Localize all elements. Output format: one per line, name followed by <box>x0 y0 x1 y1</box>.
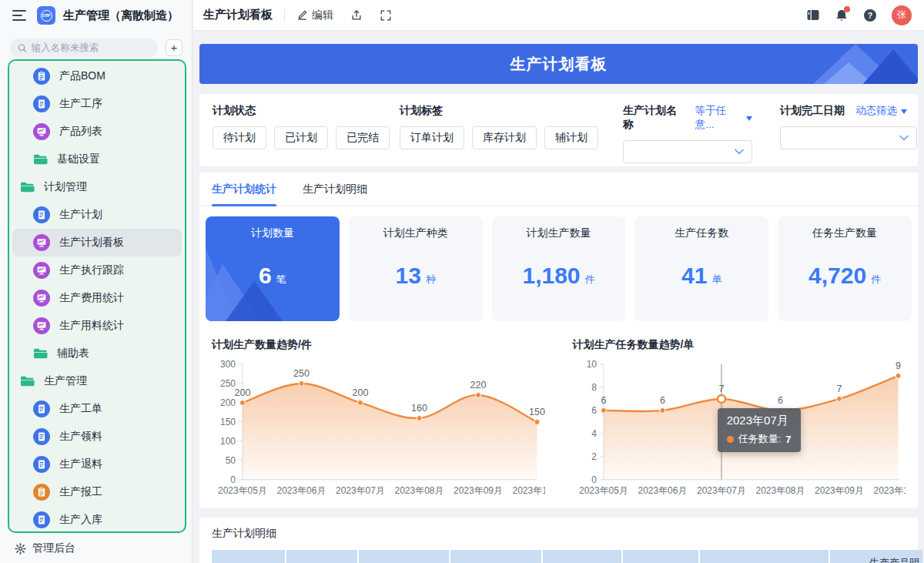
tab-0[interactable]: 生产计划统计 <box>212 173 276 206</box>
sidebar-item-0[interactable]: 产品BOM <box>12 62 182 90</box>
app-logo-icon: ERP <box>37 6 55 25</box>
line-chart-svg: 0501001502002503002023年05月2023年06月2023年0… <box>212 357 545 500</box>
tag-option-2[interactable]: 辅计划 <box>544 126 598 149</box>
fullscreen-button[interactable] <box>380 9 392 22</box>
filter-label: 计划状态 <box>213 104 390 118</box>
sidebar-item-label: 生产报工 <box>59 485 102 499</box>
svg-text:2023年08月: 2023年08月 <box>395 485 444 496</box>
dashboard-content: 生产计划看板 计划状态 待计划已计划已完结 计划标签 订单计划库存计划辅计划 生… <box>193 31 924 563</box>
sidebar-item-16[interactable]: 生产入库 <box>12 506 182 533</box>
document-icon <box>33 511 50 528</box>
svg-text:2023年08月: 2023年08月 <box>755 485 805 496</box>
chart-title: 计划生产数量趋势/件 <box>212 338 545 352</box>
sidebar-item-label: 生产用料统计 <box>59 319 124 333</box>
chart-1: 计划生产任务数量趋势/单02468102023年05月2023年06月2023年… <box>573 338 906 500</box>
filter-plan-tag: 计划标签 订单计划库存计划辅计划 <box>400 104 598 149</box>
filter-bar: 计划状态 待计划已计划已完结 计划标签 订单计划库存计划辅计划 生产计划名称 等… <box>199 94 918 166</box>
stat-card-2[interactable]: 计划生产数量 1,180件 <box>492 216 626 321</box>
stat-card-4[interactable]: 任务生产数量 4,720件 <box>778 216 912 321</box>
table-header-cell-0 <box>212 550 285 563</box>
search-input[interactable] <box>32 42 150 53</box>
sidebar-item-10[interactable]: 辅助表 <box>12 340 182 367</box>
table-header-cell-1 <box>286 550 358 563</box>
sidebar-item-15[interactable]: 生产报工 <box>12 478 182 506</box>
search-box[interactable] <box>10 39 158 57</box>
chart-tooltip: 2023年07月任务数量:7 <box>718 408 801 452</box>
stat-unit: 件 <box>871 273 881 287</box>
status-option-2[interactable]: 已完结 <box>336 126 390 149</box>
status-option-0[interactable]: 待计划 <box>213 126 266 149</box>
tooltip-value: 7 <box>785 434 791 445</box>
sidebar-item-label: 基础设置 <box>57 152 100 166</box>
sidebar-item-7[interactable]: 生产执行跟踪 <box>12 256 182 284</box>
sidebar-menu: 产品BOM生产工序产品列表基础设置计划管理生产计划生产计划看板生产执行跟踪生产费… <box>8 59 186 533</box>
dynamic-filter-link[interactable]: 动态筛选 <box>855 104 907 118</box>
tag-option-1[interactable]: 库存计划 <box>472 126 537 149</box>
status-option-1[interactable]: 已计划 <box>274 126 328 149</box>
help-button[interactable]: ? <box>863 8 877 22</box>
tag-option-0[interactable]: 订单计划 <box>400 126 464 149</box>
changelog-button[interactable] <box>806 8 820 22</box>
table-header-cell-7: 生产产品明 <box>830 550 922 563</box>
tab-1[interactable]: 生产计划明细 <box>303 173 367 206</box>
sidebar-item-label: 生产领料 <box>59 430 102 444</box>
operator-link[interactable]: 等于任意... <box>695 104 752 132</box>
banner-title: 生产计划看板 <box>511 54 608 75</box>
svg-text:160: 160 <box>411 403 427 414</box>
sidebar-item-12[interactable]: 生产工单 <box>12 395 182 423</box>
section-title: 生产计划明细 <box>212 527 912 541</box>
svg-text:100: 100 <box>220 436 236 447</box>
notifications-button[interactable] <box>835 8 849 22</box>
sidebar-item-5[interactable]: 生产计划 <box>12 201 182 229</box>
add-button[interactable]: + <box>166 39 182 56</box>
edit-button[interactable]: 编辑 <box>296 8 333 22</box>
chart-title: 计划生产任务数量趋势/单 <box>573 338 906 352</box>
stat-card-3[interactable]: 生产任务数 41单 <box>634 216 768 321</box>
clipboard-icon <box>33 484 50 501</box>
stat-unit: 件 <box>585 273 595 287</box>
finish-date-select[interactable] <box>780 126 917 149</box>
svg-text:2023年09月: 2023年09月 <box>454 485 503 496</box>
svg-text:200: 200 <box>220 397 236 408</box>
svg-text:?: ? <box>868 10 872 19</box>
fullscreen-icon <box>380 9 392 22</box>
admin-console-button[interactable]: 管理后台 <box>0 534 192 563</box>
plan-name-select[interactable] <box>623 140 752 163</box>
stat-value: 6 <box>259 263 272 289</box>
stat-label: 计划生产种类 <box>383 226 448 240</box>
dashboard-icon <box>33 290 50 307</box>
series-dot-icon <box>727 436 734 443</box>
sidebar-item-3[interactable]: 基础设置 <box>12 146 182 173</box>
sidebar-item-13[interactable]: 生产领料 <box>12 423 182 451</box>
svg-text:2023年06月: 2023年06月 <box>638 485 687 496</box>
stat-card-0[interactable]: 计划数量 6笔 <box>206 216 340 321</box>
sidebar-item-label: 生产工序 <box>59 97 102 111</box>
sidebar-item-label: 生产执行跟踪 <box>59 263 124 277</box>
table-header-cell-3 <box>450 550 541 563</box>
sidebar-item-6[interactable]: 生产计划看板 <box>12 229 182 256</box>
collapse-menu-icon[interactable] <box>12 10 26 21</box>
stat-card-1[interactable]: 计划生产种类 13种 <box>349 216 483 321</box>
sidebar-item-1[interactable]: 生产工序 <box>12 90 182 118</box>
svg-text:7: 7 <box>836 384 842 394</box>
table-header-cell-5 <box>623 550 698 563</box>
sidebar-item-9[interactable]: 生产用料统计 <box>12 312 182 340</box>
notification-dot <box>844 6 850 12</box>
share-button[interactable] <box>350 9 363 22</box>
svg-text:50: 50 <box>226 455 236 466</box>
folder-icon <box>20 375 35 388</box>
chevron-down-icon <box>899 135 909 141</box>
svg-text:300: 300 <box>220 359 236 370</box>
sidebar-item-4[interactable]: 计划管理 <box>12 173 182 201</box>
sidebar-item-14[interactable]: 生产退料 <box>12 451 182 478</box>
sidebar-item-2[interactable]: 产品列表 <box>12 118 182 146</box>
tooltip-date: 2023年07月 <box>727 414 792 428</box>
edit-label: 编辑 <box>312 8 333 22</box>
table-header-cell-6 <box>700 550 829 563</box>
help-icon: ? <box>863 8 877 22</box>
dashboard-icon <box>33 234 50 251</box>
sidebar-item-11[interactable]: 生产管理 <box>12 367 182 395</box>
stat-label: 计划生产数量 <box>526 226 591 240</box>
sidebar-item-8[interactable]: 生产费用统计 <box>12 284 182 312</box>
user-avatar[interactable]: 张 <box>892 5 912 25</box>
